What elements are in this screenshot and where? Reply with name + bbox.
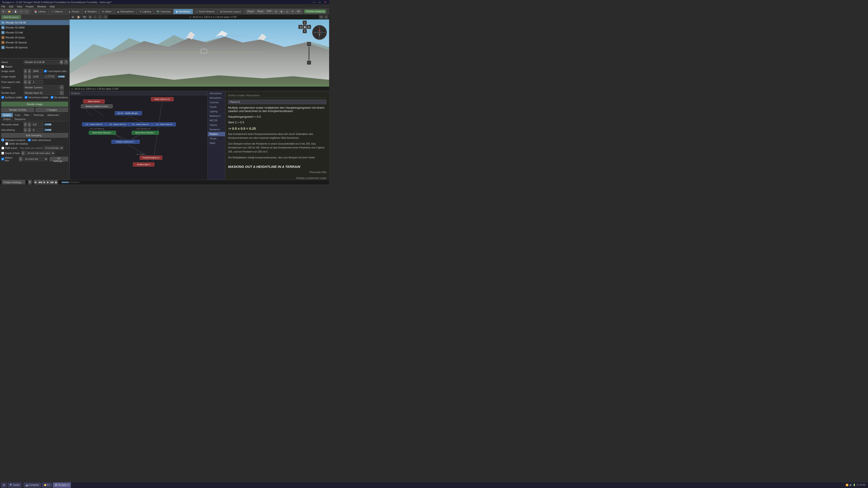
micropoly-slider[interactable]: [44, 124, 51, 125]
tab-atmosphere[interactable]: ☁ Atmosphere: [114, 9, 136, 14]
reset-btn[interactable]: Reset: [256, 9, 265, 14]
node-interpolate1[interactable]: Beide Werte interpolier...: [89, 131, 116, 135]
rtp-btn[interactable]: RTP: [266, 9, 273, 14]
atmo-cloud-checkbox[interactable]: [25, 96, 27, 99]
renderer-item-5[interactable]: R /Render 05 Speedy: [0, 40, 69, 45]
name-input[interactable]: [24, 60, 59, 64]
node-interpolate2[interactable]: Beide Werte interpolier...: [132, 131, 159, 135]
play-btn[interactable]: ▶: [34, 180, 37, 185]
undo-btn[interactable]: ↩: [19, 9, 24, 14]
pixel-aspect-input[interactable]: [32, 80, 43, 84]
category-cameras[interactable]: Cameras: [208, 100, 225, 105]
tab-node-network[interactable]: ⬡ Node Network: [193, 9, 217, 14]
gi-settings-btn[interactable]: GI Settings...: [50, 157, 68, 161]
category-lighting[interactable]: Lighting: [208, 109, 225, 114]
nav-up-btn[interactable]: ▲: [303, 21, 307, 25]
menu-file[interactable]: File: [1, 5, 6, 8]
aspect-slider[interactable]: [58, 76, 65, 77]
project-settings-btn[interactable]: Project Settings...: [2, 180, 25, 185]
sequence-tab[interactable]: Sequence: [13, 117, 28, 121]
aa-slider[interactable]: [44, 129, 51, 131]
do-shadows-checkbox[interactable]: [51, 96, 53, 99]
height-up-btn[interactable]: ▲: [28, 74, 31, 79]
micropoly-link-btn[interactable]: ⊟: [24, 122, 27, 127]
new-btn[interactable]: 🗎: [1, 9, 6, 14]
node-base-colours-ao[interactable]: Base colours AO: [151, 97, 174, 101]
category-water[interactable]: Water: [208, 141, 225, 145]
image-width-input[interactable]: [32, 69, 43, 73]
image-height-input[interactable]: [32, 74, 43, 78]
vp-btn-3[interactable]: 📷: [82, 15, 87, 19]
node-base-colours[interactable]: Base colours: [83, 99, 105, 103]
zoom-out-btn[interactable]: −: [307, 61, 311, 65]
menu-view[interactable]: View: [17, 5, 23, 8]
nav-down-btn[interactable]: ▼: [303, 29, 307, 33]
aspect-ratio-input[interactable]: [44, 74, 57, 78]
tab-cameras[interactable]: 📷 Cameras: [154, 9, 173, 14]
renderer-item-3[interactable]: R /Render 03 Half: [0, 30, 69, 35]
category-shaders[interactable]: Shaders: [208, 132, 225, 136]
node-cs-lower2[interactable]: CS - Unterer Wert 02: [128, 123, 152, 126]
menu-help[interactable]: Help: [49, 5, 55, 8]
renderer-item-6[interactable]: R /Render 06 Sperical: [0, 45, 69, 50]
renderer-list[interactable]: R /Render 01 Full 4K R /Render 02 HDMI R…: [0, 20, 69, 59]
tab-renderers[interactable]: ▶ Renderers: [174, 9, 193, 14]
node-multiply-complement[interactable]: Multiply complement s...: [112, 140, 140, 144]
images-btn[interactable]: > Images: [35, 107, 68, 112]
category-meter[interactable]: METER: [208, 119, 225, 123]
vp-btn-5[interactable]: ↕: [93, 15, 97, 19]
tab-library[interactable]: 📚 Library: [32, 9, 49, 14]
redo-btn[interactable]: ↪: [24, 9, 29, 14]
tab-shaders[interactable]: ◈ Shaders: [82, 9, 99, 14]
node-cs-upper2[interactable]: CS - Oberer Wert 02: [152, 123, 176, 126]
motion-blur-checkbox[interactable]: [1, 158, 4, 160]
maximize-btn[interactable]: □: [318, 1, 321, 4]
max-paths-select[interactable]: 25 (Landscape): [43, 146, 64, 150]
pause-btn[interactable]: Pause: [246, 9, 255, 14]
lock-aspect-checkbox[interactable]: [44, 70, 47, 72]
node-surface-layer[interactable]: Surface layer 1: [133, 162, 154, 166]
nav-right-btn[interactable]: ▶: [307, 25, 311, 29]
micropoly-up-btn[interactable]: ▲: [28, 122, 31, 127]
tab-terrain[interactable]: ▲ Terrain: [66, 9, 82, 14]
pixel-link-btn[interactable]: ⊟: [24, 80, 27, 84]
nav-left-btn[interactable]: ◀: [298, 25, 303, 29]
minimize-btn[interactable]: —: [312, 1, 316, 4]
vp-btn-2[interactable]: 🏠: [76, 15, 81, 19]
layer-add-btn[interactable]: +: [60, 91, 64, 95]
defer-atmo-checkbox[interactable]: [28, 139, 31, 141]
node-fractal-breakup[interactable]: Fractal breakup 01: [140, 156, 162, 160]
render-layer-input[interactable]: [24, 91, 59, 95]
renderer-item-1[interactable]: R /Render 01 Full 4K: [0, 20, 69, 25]
camera-add-btn[interactable]: +: [60, 85, 64, 90]
master-checkbox[interactable]: [1, 65, 4, 68]
vp-btn-max[interactable]: □: [324, 15, 328, 19]
name-gear-btn[interactable]: ⚙: [59, 60, 63, 64]
aa-up-btn[interactable]: ▲: [28, 128, 31, 132]
antialiasing-input[interactable]: [32, 128, 43, 132]
prev-frame-btn[interactable]: ◀: [42, 180, 46, 185]
menu-window[interactable]: Window: [37, 5, 46, 8]
node-canvas[interactable]: Shaders: [70, 91, 208, 180]
dof-checkbox[interactable]: [1, 152, 4, 155]
node-ga01[interactable]: GA 01 - Hoehe die ger...: [115, 111, 142, 115]
save-btn[interactable]: 💾: [13, 9, 18, 14]
category-atmosphere2[interactable]: Atmospheri...: [208, 96, 225, 100]
standard-renderer-radio[interactable]: [1, 138, 4, 141]
zoom-in-btn[interactable]: +: [307, 42, 311, 46]
stop-btn[interactable]: ⏹: [54, 180, 58, 185]
category-atmosphere[interactable]: Atmosphere: [208, 91, 225, 96]
icon-btn-3[interactable]: ◫: [285, 9, 290, 14]
width-up-btn[interactable]: ▲: [28, 69, 31, 73]
open-btn[interactable]: 📂: [6, 9, 12, 14]
menu-edit[interactable]: Edit: [8, 5, 14, 8]
tab-objects[interactable]: ⬡ Objects: [49, 9, 65, 14]
icon-btn-2[interactable]: ▦: [279, 9, 284, 14]
render-to-disk-btn[interactable]: Render To Disk: [1, 107, 34, 112]
dof-select[interactable]: 3D DoF with noise reduction: [26, 151, 55, 155]
category-terrain[interactable]: Terrain: [208, 136, 225, 141]
category-clouds[interactable]: Clouds: [208, 105, 225, 109]
name-help-btn[interactable]: ?: [64, 60, 68, 64]
tonemap-tab[interactable]: Tonemap: [32, 113, 46, 117]
vp-btn-4[interactable]: ⊕: [88, 15, 92, 19]
